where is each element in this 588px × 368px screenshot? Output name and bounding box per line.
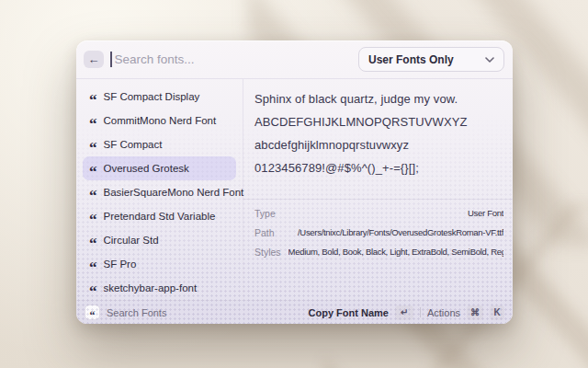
font-metadata: Type User Font Path /Users/tnixc/Library…	[243, 199, 513, 261]
metadata-label: Type	[254, 208, 276, 219]
font-filter-dropdown[interactable]: User Fonts Only	[358, 47, 504, 72]
font-list-item[interactable]: “ sketchybar-app-font	[83, 276, 236, 300]
metadata-value: /Users/tnixc/Library/Fonts/OverusedGrote…	[282, 227, 503, 237]
metadata-label: Path	[254, 227, 275, 238]
font-name: SF Compact Display	[104, 91, 200, 102]
search-input[interactable]: Search fonts...	[115, 52, 195, 66]
font-list-item[interactable]: “ CommitMono Nerd Font	[83, 109, 236, 132]
font-search-window: ← Search fonts... User Fonts Only “ SF C…	[76, 40, 513, 324]
search-header: ← Search fonts... User Fonts Only	[76, 40, 513, 79]
font-name: Overused Grotesk	[104, 163, 189, 174]
font-list-item[interactable]: “ Pretendard Std Variable	[83, 204, 236, 228]
font-filter-value: User Fonts Only	[368, 53, 454, 66]
metadata-row: Styles Medium, Bold, Book, Black, Light,…	[254, 242, 503, 261]
font-list-item[interactable]: “ BasierSquareMono Nerd Font	[83, 180, 236, 204]
chevron-down-icon	[485, 57, 494, 63]
action-bar: “ Search Fonts Copy Font Name ↵ Actions …	[76, 300, 513, 324]
footer-divider	[420, 307, 421, 317]
return-key-icon[interactable]: ↵	[395, 305, 413, 320]
text-caret	[110, 52, 112, 67]
font-name: SF Pro	[104, 259, 137, 270]
font-name: BasierSquareMono Nerd Font	[104, 187, 244, 198]
font-detail-panel: Sphinx of black quartz, judge my vow. AB…	[243, 79, 513, 300]
back-button[interactable]: ←	[84, 51, 104, 68]
metadata-row: Path /Users/tnixc/Library/Fonts/Overused…	[254, 223, 503, 242]
font-name: CommitMono Nerd Font	[104, 115, 217, 126]
font-name: sketchybar-app-font	[104, 282, 198, 293]
preview-uppercase: ABCDEFGHIJKLMNOPQRSTUVWXYZ	[254, 116, 502, 128]
metadata-value: User Font	[283, 208, 503, 218]
font-list-item[interactable]: “ SF Compact	[83, 132, 236, 156]
font-list-item[interactable]: “ Circular Std	[83, 228, 236, 252]
font-list-item[interactable]: “ SF Pro	[83, 252, 236, 276]
font-name: Circular Std	[104, 235, 159, 246]
back-arrow-icon: ←	[88, 53, 100, 65]
extension-name: Search Fonts	[107, 307, 166, 318]
font-list-item[interactable]: “ SF Compact Display	[83, 85, 236, 109]
preview-numerals: 0123456789!@#$%^()_+-={}[];	[254, 162, 502, 174]
metadata-row: Type User Font	[254, 203, 503, 223]
metadata-value: Medium, Bold, Book, Black, Light, ExtraB…	[288, 247, 503, 257]
font-list-item-selected[interactable]: “ Overused Grotesk	[83, 156, 236, 180]
k-key-icon[interactable]: K	[490, 305, 504, 320]
preview-pangram: Sphinx of black quartz, judge my vow.	[254, 93, 502, 105]
font-name: SF Compact	[104, 139, 163, 150]
preview-lowercase: abcdefghijklmnopqrstuvwxyz	[254, 139, 502, 151]
command-key-icon[interactable]: ⌘	[467, 305, 483, 320]
font-preview: Sphinx of black quartz, judge my vow. AB…	[243, 79, 513, 199]
font-name: Pretendard Std Variable	[104, 211, 216, 222]
window-body: “ SF Compact Display “ CommitMono Nerd F…	[76, 79, 513, 300]
metadata-label: Styles	[254, 247, 281, 258]
font-list: “ SF Compact Display “ CommitMono Nerd F…	[76, 79, 243, 300]
copy-font-name-button[interactable]: Copy Font Name	[309, 307, 389, 318]
extension-icon: “	[85, 305, 100, 320]
desktop-background: ← Search fonts... User Fonts Only “ SF C…	[0, 0, 588, 368]
actions-button[interactable]: Actions	[427, 307, 460, 318]
